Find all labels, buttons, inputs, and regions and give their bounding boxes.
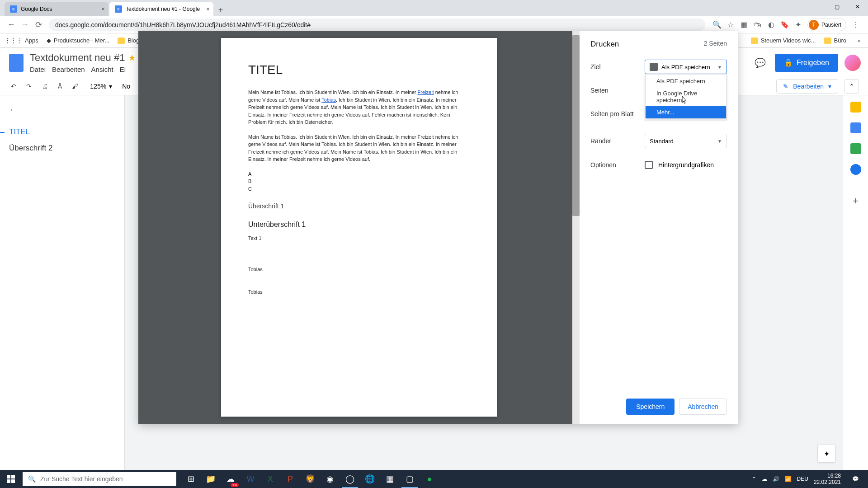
url-input[interactable]: docs.google.com/document/d/1hUH8k6h7Lb8y… <box>49 19 705 31</box>
star-icon[interactable]: ☆ <box>726 20 735 29</box>
collapse-button[interactable]: ⌃ <box>844 79 859 94</box>
onedrive-icon[interactable]: ☁ <box>762 476 767 482</box>
keep-icon[interactable] <box>850 122 861 133</box>
date: 22.02.2021 <box>814 479 841 485</box>
close-icon[interactable]: × <box>101 5 105 13</box>
profile-chip[interactable]: T Pausiert <box>807 19 846 31</box>
print-button[interactable]: 🖨 <box>40 81 50 92</box>
dropdown-option[interactable]: In Google Drive speichern <box>646 87 726 106</box>
bookmark-item[interactable]: ◆ Produktsuche - Mer... <box>47 37 110 44</box>
browser-tab-active[interactable]: ≡ Textdokument neu #1 - Google × <box>109 2 213 16</box>
star-icon[interactable]: ★ <box>128 53 136 63</box>
margins-select[interactable]: Standard ▼ <box>645 134 727 148</box>
url-text: docs.google.com/document/d/1hUH8k6h7Lb8y… <box>55 21 311 28</box>
contacts-icon[interactable] <box>850 164 861 175</box>
back-button[interactable]: ← <box>5 18 18 32</box>
bookmark-item[interactable]: Blog <box>118 37 139 44</box>
redo-button[interactable]: ↷ <box>24 81 33 92</box>
edit-mode-label: Bearbeiten <box>793 83 824 90</box>
browser-tab[interactable]: ≡ Google Docs × <box>5 2 108 16</box>
extensions-icon[interactable]: ✦ <box>794 20 803 29</box>
menu-insert[interactable]: Ei <box>120 66 126 73</box>
clock[interactable]: 16:28 22.02.2021 <box>814 473 841 486</box>
bookmark-label: Steuern Videos wic... <box>761 37 816 44</box>
close-window-button[interactable]: ✕ <box>847 0 868 14</box>
document-title[interactable]: Textdokument neu #1 <box>30 52 125 64</box>
outline-heading[interactable]: Überschrift 2 <box>9 140 108 156</box>
cart-icon[interactable]: 🛍 <box>753 20 762 29</box>
spotify-icon[interactable]: ● <box>420 470 439 488</box>
taskbar-search[interactable]: 🔍 Zur Suche Text hier eingeben <box>23 472 176 486</box>
undo-button[interactable]: ↶ <box>9 81 18 92</box>
tray-chevron-icon[interactable]: ⌃ <box>752 476 756 482</box>
obs-icon[interactable]: ◉ <box>320 470 340 488</box>
background-graphics-checkbox[interactable] <box>645 161 653 169</box>
apps-label: Apps <box>25 37 38 44</box>
apps-button[interactable]: ⋮⋮⋮ Apps <box>5 37 38 44</box>
folder-icon <box>751 38 758 44</box>
menu-icon[interactable]: ⋮ <box>851 20 860 29</box>
menu-file[interactable]: Datei <box>30 66 46 73</box>
style-select[interactable]: No <box>122 83 130 90</box>
incognito-icon[interactable]: ◐ <box>767 20 776 29</box>
edge-icon[interactable]: 🌐 <box>360 470 380 488</box>
reload-button[interactable]: ⟳ <box>32 18 45 32</box>
bookmark-overflow-icon[interactable]: » <box>854 36 863 45</box>
chrome-icon[interactable]: ◯ <box>340 470 360 488</box>
spellcheck-button[interactable]: Ā <box>56 81 64 92</box>
weather-icon[interactable]: ☁99+ <box>221 470 241 488</box>
forward-button[interactable]: → <box>18 18 32 32</box>
paint-format-button[interactable]: 🖌 <box>70 81 80 92</box>
explore-button[interactable]: ✦ <box>817 445 835 463</box>
bookmark-item[interactable]: Büro <box>824 37 846 44</box>
minimize-button[interactable]: — <box>806 0 826 14</box>
scrollbar-thumb[interactable] <box>572 35 580 216</box>
profile-status: Pausiert <box>821 22 841 28</box>
add-addon-button[interactable]: + <box>853 195 859 207</box>
close-icon[interactable]: × <box>206 5 210 13</box>
brave-icon[interactable]: 🦁 <box>300 470 320 488</box>
dropdown-option-highlighted[interactable]: Mehr... <box>646 106 726 118</box>
comments-button[interactable]: 💬 <box>752 55 769 71</box>
bookmark-icon[interactable]: 🔖 <box>780 20 789 29</box>
qr-icon[interactable]: ▦ <box>740 20 749 29</box>
word-icon[interactable]: W <box>241 470 260 488</box>
excel-icon[interactable]: X <box>260 470 280 488</box>
label-destination: Ziel <box>590 63 645 70</box>
chevron-down-icon: ▼ <box>717 139 722 144</box>
cancel-button[interactable]: Abbrechen <box>679 399 727 415</box>
destination-select[interactable]: Als PDF speichern ▼ Als PDF speichern In… <box>645 60 727 74</box>
notifications-button[interactable]: 💬 <box>846 470 864 488</box>
volume-icon[interactable]: 🔊 <box>773 476 779 482</box>
powerpoint-icon[interactable]: P <box>280 470 300 488</box>
calendar-icon[interactable] <box>850 102 861 113</box>
dropdown-option[interactable]: Als PDF speichern <box>646 75 726 87</box>
maximize-button[interactable]: ▢ <box>826 0 847 14</box>
save-button[interactable]: Speichern <box>626 399 675 415</box>
menu-view[interactable]: Ansicht <box>91 66 113 73</box>
print-preview[interactable]: TITEL Mein Name ist Tobias. Ich bin Stud… <box>138 31 580 424</box>
edit-mode-select[interactable]: ✎ Bearbeiten ▾ <box>776 79 838 94</box>
zoom-icon[interactable]: 🔍 <box>712 20 722 29</box>
tasks-icon[interactable] <box>850 143 861 154</box>
outline-back-button[interactable]: ← <box>9 104 108 115</box>
zoom-select[interactable]: 125% ▾ <box>86 81 116 92</box>
menu-edit[interactable]: Bearbeiten <box>52 66 85 73</box>
divider <box>850 185 861 185</box>
start-button[interactable] <box>0 470 22 488</box>
app-icon[interactable]: ▢ <box>400 470 420 488</box>
wifi-icon[interactable]: 📶 <box>785 476 792 482</box>
file-explorer-icon[interactable]: 📁 <box>201 470 221 488</box>
preview-scrollbar[interactable] <box>572 31 580 424</box>
share-button[interactable]: 🔒 Freigeben <box>775 54 838 72</box>
outline-title[interactable]: TITEL <box>9 124 108 140</box>
new-tab-button[interactable]: + <box>214 4 227 16</box>
share-label: Freigeben <box>797 59 829 67</box>
language-indicator[interactable]: DEU <box>797 476 808 482</box>
docs-logo[interactable] <box>7 54 25 72</box>
user-avatar[interactable] <box>844 55 861 71</box>
app-icon[interactable]: ▦ <box>380 470 400 488</box>
task-view-button[interactable]: ⊞ <box>181 470 201 488</box>
bookmark-item[interactable]: Steuern Videos wic... <box>751 37 816 44</box>
destination-value: Als PDF speichern <box>661 64 710 70</box>
